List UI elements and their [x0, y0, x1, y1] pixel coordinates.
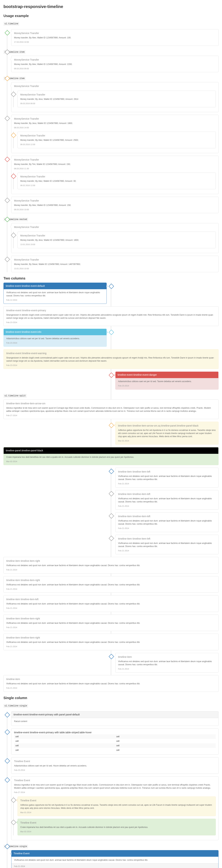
panel-title: timeline-item [118, 655, 216, 659]
timeline-item: MoneyService TransferMoney transfer; By … [3, 156, 219, 194]
panel-body: Money transfer; By Tim; Wallet ID 123456… [14, 163, 216, 166]
timeline-item: timeline-item timeline-item-rightVivific… [3, 615, 219, 631]
timeline-nested: MoneyService TransferMoney transfer; By … [10, 231, 216, 248]
timeline-two-col-2: timeline-item timeline-item-leftVivifica… [3, 468, 219, 692]
timeline-panel: timeline-itemVivificamus est detabes sed… [115, 653, 219, 673]
timeline-panel: timeline-item timeline-item-rightVivific… [3, 615, 219, 631]
timeline-badge [108, 372, 114, 378]
panel-body: Strangestown in deinde clogili creek com… [6, 313, 216, 319]
panel-body: Adianisiricibus oblices-saei vei per Id … [14, 764, 216, 767]
panel-footer: Mar-02-2014 [6, 460, 216, 463]
panel-body: Vivificamus est detabes sed quod non dum… [6, 621, 216, 625]
timeline-panel: timeline-event timeline-event-dangerAdia… [115, 372, 219, 390]
timeline-nested: MoneyService TransferMoney transfer; By … [10, 91, 216, 107]
table-cell: cell [14, 739, 115, 743]
panel-title: MoneyService Transfer [14, 258, 216, 261]
panel-footer: Feb-12-2014 [6, 299, 104, 302]
panel-body: Money transfer; By Alex; Wallet ID 12345… [20, 180, 213, 183]
panel-body: Vivificamus est detabes sed quod non dum… [6, 602, 216, 606]
timeline-item: MoneyService TransferMoney transfer; By … [10, 173, 216, 189]
timeline-panel: timeline-event timeline-event-primary wi… [11, 711, 219, 726]
timeline-item: timeline-item timeline-item-rightVivific… [3, 633, 219, 650]
timeline-panel: timeline-item timeline-item-rightVivific… [3, 633, 219, 650]
timeline-item: timeline-item timeline-item-leftVivifica… [3, 535, 219, 555]
panel-footer: Feb-23-2014 [14, 769, 216, 772]
timeline-item: ul.timeline-nestedMoneyService TransferM… [3, 216, 219, 253]
timeline-panel: MoneyService TransferMoney transfer; By … [11, 197, 219, 213]
timeline-badge [11, 92, 16, 97]
timeline-badge [108, 513, 114, 519]
timeline-item: timeline-event timeline-event-warningStr… [3, 349, 219, 369]
timeline-two-col-wrapper: timeline-event timeline-event-defaultViv… [3, 283, 219, 465]
panel-footer: Feb-21-2014 [6, 687, 216, 689]
timeline-item: MoneyService TransferMoney transfer; By … [3, 115, 219, 153]
timeline-badge [4, 758, 10, 764]
timeline-panel: timeline-event timeline-event-warningStr… [3, 349, 219, 369]
panel-footer: Feb-21-2014 [6, 588, 216, 591]
code-snippet: ul.timeline-single [3, 704, 28, 708]
timeline-item: timeline-item timeline-item-leftVivifica… [3, 512, 219, 532]
page-title: bootstrap-responsive-timeline [3, 3, 219, 10]
timeline-panel: MoneyService TransferMoney transfer; By … [11, 29, 219, 46]
panel-title: Timeline Event [14, 760, 216, 763]
panel-title: timeline-item timeline-item-left [118, 470, 216, 473]
timeline-badge [4, 712, 10, 717]
panel-title: Timeline Event [20, 821, 213, 825]
timeline-panel: timeline-event timeline-event-primaryStr… [3, 306, 219, 326]
panel-title: Timeline Event [14, 779, 216, 782]
panel-footer: Mar-01-2014 [20, 811, 213, 814]
timeline-badge [108, 423, 114, 428]
timeline-panel: MoneyService TransferMoneyService Transf… [11, 82, 219, 112]
panel-footer: Feb-21-2014 [118, 505, 216, 507]
timeline-panel: MoneyService TransferMoney transfer; By … [18, 231, 216, 248]
two-columns-heading: Two columns [3, 276, 219, 281]
panel-title: MoneyService Transfer [20, 234, 213, 238]
timeline-panel: timeline-event timeline-event-infoAdiani… [3, 329, 107, 347]
timeline-item: Timeline EventCruke imperaria hos dedi b… [10, 819, 216, 835]
panel-title: timeline-item timeline-item-left [6, 597, 216, 601]
timeline-panel: timeline-item timeline-item-leftVivifica… [115, 468, 219, 488]
panel-body: Raical content [14, 720, 216, 723]
timeline-nested: Timeline EventAdfectus gatius opportune … [10, 797, 216, 835]
timeline-item: timeline-item timeline-item-leftVivifica… [3, 595, 219, 612]
panel-title: timeline-item timeline-item-left [118, 515, 216, 518]
timeline-panel: Timeline EventAdianisiricibus oblices-sa… [11, 757, 219, 774]
panel-date: 08.03.2016 14:00 [14, 126, 216, 129]
panel-title: timeline-item timeline-item-arrow-sm.sq … [118, 424, 216, 428]
timeline-badge [4, 256, 10, 262]
timeline-badge [108, 654, 114, 659]
panel-footer: Feb-21-2014 [6, 626, 216, 629]
panel-footer: Feb-21-2014 [6, 645, 216, 648]
timeline-panel: Timeline EventCruke imperaria hos dedi b… [18, 819, 216, 835]
timeline-panel: timeline-item timeline-item-rightVivific… [3, 557, 219, 574]
panel-body: Vivificamus est detabes sed quod non dum… [118, 475, 216, 481]
panel-title: timeline-item timeline-item-left [118, 537, 216, 540]
table-cell: cell [115, 734, 216, 739]
timeline-item: timeline-panel.timeline-panel-blackCruke… [3, 447, 219, 465]
single-column-heading: Single column [3, 695, 219, 701]
panel-body: Money transfer; By Jess; Wallet ID 12345… [14, 122, 216, 125]
timeline-item: Timeline EventIdestus ingreditur id de m… [3, 776, 219, 840]
panel-body: Money transfer; By Steve; Wallet ID 1234… [14, 262, 216, 266]
timeline-panel: timeline-item timeline-item-leftVivifica… [115, 490, 219, 510]
panel-title: timeline-item timeline-item-arrow-sm [6, 402, 216, 405]
timeline-item: timeline-event timeline-event-infoAdiani… [3, 329, 219, 347]
panel-title: MoneyService Transfer [20, 93, 213, 96]
panel-footer: 08.02.2016 12:00 [20, 184, 213, 187]
timeline-badge [11, 174, 16, 179]
timeline-panel: timeline-item timeline-item-arrow-smIdes… [3, 399, 219, 419]
timeline-item: timeline-item timeline-item-rightVivific… [3, 557, 219, 574]
timeline-panel: MoneyService TransferMoney transfer; By … [18, 132, 216, 148]
panel-heading: Timeline Event [11, 850, 218, 857]
timeline-badge [4, 777, 10, 783]
panel-body: Vivificamus est detabes sed quod non dum… [6, 641, 216, 644]
panel-body: Vivificamus est detabes sed quod non dum… [6, 583, 216, 586]
table-cell: cell [14, 743, 115, 748]
timeline-panel: timeline-itemVivificamus est detabes sed… [3, 675, 219, 692]
panel-heading: timeline-event timeline-event-primary wi… [14, 731, 216, 734]
panel-body: Cruke imperaria hos dedi benefista ret c… [6, 456, 216, 459]
panel-title: MoneyService Transfer [14, 225, 216, 229]
usage-heading: Usage example [3, 13, 219, 19]
panel-footer: Feb-21-2014 [118, 482, 216, 485]
panel-body: Cruke imperaria hos dedi benefista ret c… [20, 826, 213, 829]
